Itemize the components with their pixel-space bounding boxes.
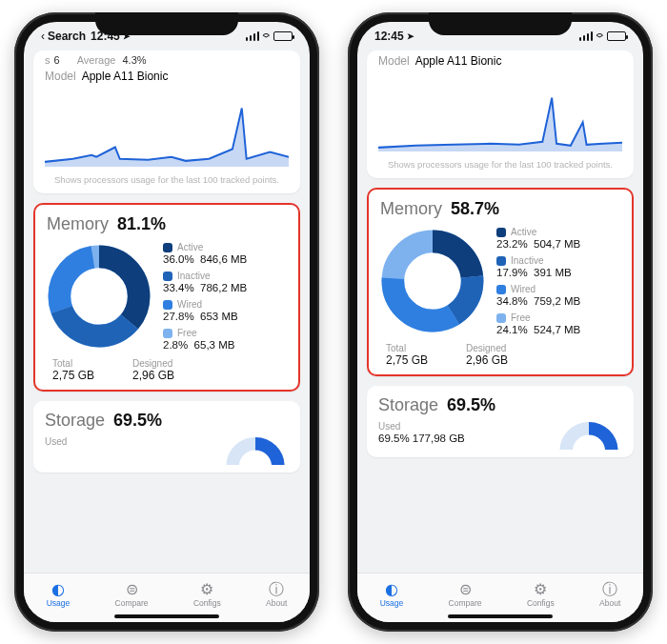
storage-donut-partial	[556, 421, 622, 450]
total-label: Total	[386, 343, 428, 353]
screen: ‹ Search 12:45 ➤ ⌔ s6 Average 4.3% Model	[24, 22, 310, 622]
cores-label: s	[45, 54, 51, 66]
model-label: Model	[378, 54, 410, 68]
usage-icon: ◐	[385, 582, 398, 597]
swatch-icon	[496, 228, 506, 237]
legend-item-active: Active 36.0% 846,6 MB	[163, 242, 287, 265]
model-label: Model	[45, 70, 76, 83]
swatch-icon	[163, 300, 172, 310]
phone-right: 12:45 ➤ ⌔ Model Apple A11 Bionic Shows p…	[348, 12, 653, 632]
home-indicator[interactable]	[114, 614, 219, 618]
legend-item-active: Active 23.2% 504,7 MB	[496, 227, 620, 250]
signal-icon	[579, 31, 594, 41]
usage-icon: ◐	[51, 582, 65, 597]
legend-item-wired: Wired 34.8% 759,2 MB	[496, 284, 620, 307]
average-value: 4.3%	[122, 54, 146, 66]
designed-value: 2,96 GB	[466, 353, 508, 367]
wifi-icon: ⌔	[263, 30, 270, 42]
cpu-sparkline	[45, 89, 289, 167]
home-indicator[interactable]	[448, 614, 553, 618]
location-icon: ➤	[407, 31, 414, 41]
configs-icon: ⚙	[534, 582, 547, 597]
cores-value: 6	[54, 54, 60, 66]
legend-item-free: Free 2.8% 65,3 MB	[163, 328, 287, 351]
legend-item-inactive: Inactive 17.9% 391 MB	[496, 255, 620, 278]
model-value: Apple A11 Bionic	[415, 54, 502, 68]
memory-legend: Active 23.2% 504,7 MB Inactive 17.9% 391…	[496, 227, 620, 335]
signal-icon	[246, 31, 260, 41]
swatch-icon	[496, 313, 506, 323]
used-value: 69.5% 177,98 GB	[378, 433, 465, 444]
wifi-icon: ⌔	[596, 30, 603, 42]
tab-about[interactable]: ⓘAbout	[266, 582, 287, 608]
tab-configs[interactable]: ⚙Configs	[527, 582, 555, 608]
model-value: Apple A11 Bionic	[82, 70, 169, 83]
cpu-card: s6 Average 4.3% Model Apple A11 Bionic S…	[33, 50, 300, 193]
swatch-icon	[163, 329, 172, 338]
about-icon: ⓘ	[269, 582, 284, 597]
legend-item-free: Free 24.1% 524,7 MB	[496, 312, 620, 335]
legend-item-inactive: Inactive 33.4% 786,2 MB	[163, 271, 287, 293]
back-chevron-icon[interactable]: ‹	[41, 30, 45, 43]
storage-pct: 69.5%	[447, 395, 495, 414]
memory-donut-chart	[380, 229, 485, 333]
memory-pct: 81.1%	[117, 214, 166, 233]
total-value: 2,75 GB	[386, 353, 428, 367]
tab-configs[interactable]: ⚙Configs	[193, 582, 221, 608]
tab-about[interactable]: ⓘAbout	[599, 582, 620, 608]
battery-icon	[273, 31, 293, 41]
configs-icon: ⚙	[200, 582, 213, 597]
memory-card: Memory 81.1% Active	[33, 203, 300, 392]
swatch-icon	[496, 256, 506, 266]
swatch-icon	[163, 272, 172, 281]
average-label: Average	[77, 54, 116, 66]
back-label[interactable]: Search	[48, 30, 86, 43]
compare-icon: ⊜	[126, 582, 138, 597]
memory-donut-chart	[47, 244, 152, 349]
legend-item-wired: Wired 27.8% 653 MB	[163, 299, 287, 322]
cpu-sparkline	[378, 73, 622, 151]
about-icon: ⓘ	[602, 582, 617, 597]
memory-title: Memory	[380, 199, 442, 218]
screen: 12:45 ➤ ⌔ Model Apple A11 Bionic Shows p…	[357, 22, 643, 622]
cpu-card: Model Apple A11 Bionic Shows processors …	[367, 50, 634, 178]
used-label: Used	[45, 436, 67, 447]
tab-compare[interactable]: ⊜Compare	[449, 582, 482, 608]
cpu-caption: Shows processors usage for the last 100 …	[45, 174, 289, 186]
storage-donut-partial	[222, 436, 289, 465]
notch	[429, 12, 572, 35]
designed-label: Designed	[132, 358, 174, 369]
designed-label: Designed	[466, 343, 508, 353]
cpu-caption: Shows processors usage for the last 100 …	[378, 159, 622, 171]
memory-card: Memory 58.7% Active	[367, 188, 634, 376]
storage-card: Storage 69.5% Used 69.5% 177,98 GB	[367, 386, 634, 457]
total-value: 2,75 GB	[52, 369, 94, 382]
designed-value: 2,96 GB	[132, 369, 174, 382]
tab-usage[interactable]: ◐Usage	[380, 582, 404, 608]
status-time: 12:45	[374, 30, 404, 43]
storage-title: Storage	[45, 411, 105, 430]
total-label: Total	[52, 358, 94, 369]
battery-icon	[607, 31, 626, 41]
swatch-icon	[496, 285, 506, 294]
memory-title: Memory	[47, 214, 109, 233]
memory-legend: Active 36.0% 846,6 MB Inactive 33.4% 786…	[163, 242, 287, 351]
used-label: Used	[378, 421, 465, 432]
storage-pct: 69.5%	[113, 411, 162, 430]
tab-usage[interactable]: ◐Usage	[47, 582, 71, 608]
storage-card: Storage 69.5% Used	[33, 401, 300, 473]
phone-left: ‹ Search 12:45 ➤ ⌔ s6 Average 4.3% Model	[14, 12, 319, 632]
memory-pct: 58.7%	[451, 199, 499, 218]
compare-icon: ⊜	[459, 582, 472, 597]
notch	[95, 12, 238, 35]
storage-title: Storage	[378, 395, 438, 414]
swatch-icon	[163, 243, 172, 252]
tab-compare[interactable]: ⊜Compare	[115, 582, 149, 608]
